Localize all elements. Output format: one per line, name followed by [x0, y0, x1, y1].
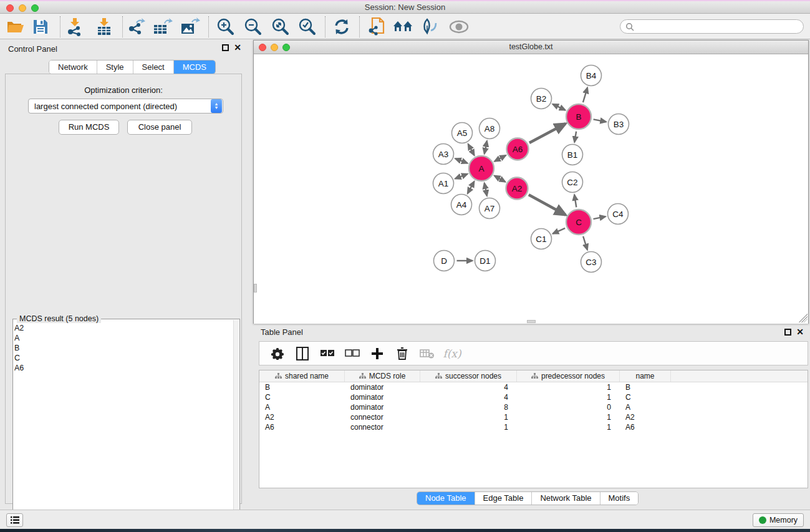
cell-shared-name[interactable]: B [259, 382, 345, 392]
tab-mcds[interactable]: MCDS [174, 60, 215, 74]
delete-icon[interactable] [394, 346, 410, 362]
table-row[interactable]: A2connector11A2 [259, 412, 808, 422]
node-A4[interactable]: A4 [451, 195, 472, 215]
cell-shared-name[interactable]: A6 [259, 422, 345, 432]
node-A6[interactable]: A6 [507, 138, 529, 160]
node-A7[interactable]: A7 [480, 198, 500, 219]
column-header-MCDS-role[interactable]: MCDS role [345, 370, 420, 382]
node-C[interactable]: C [566, 210, 591, 235]
node-D1[interactable]: D1 [475, 251, 496, 271]
cell-shared-name[interactable]: C [259, 392, 345, 402]
cell-predecessor-nodes[interactable]: 0 [517, 402, 620, 412]
maximize-window-icon[interactable] [31, 4, 39, 12]
node-C3[interactable]: C3 [581, 252, 602, 273]
table-row[interactable]: Bdominator41B [259, 382, 808, 392]
node-B2[interactable]: B2 [531, 89, 552, 109]
cell-MCDS-role[interactable]: dominator [345, 402, 420, 412]
close-panel-icon[interactable]: ✕ [234, 44, 241, 51]
tab-motifs[interactable]: Motifs [600, 492, 639, 505]
minimize-network-icon[interactable] [271, 44, 278, 51]
search-input[interactable] [620, 19, 804, 34]
network-file-icon[interactable] [367, 17, 388, 37]
edge-A-A1[interactable] [455, 174, 468, 179]
cell-shared-name[interactable]: A2 [259, 412, 345, 422]
table-row[interactable]: Adominator80A [259, 402, 808, 412]
edge-A6-B[interactable] [529, 123, 566, 143]
resize-grip-icon[interactable] [799, 314, 808, 322]
cell-successor-nodes[interactable]: 4 [420, 392, 517, 402]
cell-name[interactable]: A [620, 402, 671, 412]
zoom-out-icon[interactable] [242, 17, 263, 37]
zoom-in-icon[interactable] [215, 17, 236, 37]
node-B4[interactable]: B4 [581, 65, 602, 86]
tab-network-table[interactable]: Network Table [532, 492, 600, 505]
import-table-icon[interactable] [94, 17, 115, 37]
table-header-row[interactable]: shared nameMCDS rolesuccessor nodesprede… [259, 370, 808, 382]
node-A3[interactable]: A3 [433, 144, 454, 165]
network-window-titlebar[interactable]: testGlobe.txt [254, 41, 808, 54]
cell-predecessor-nodes[interactable]: 1 [517, 392, 620, 402]
column-header-name[interactable]: name [620, 370, 671, 382]
edge-B-B1[interactable] [574, 132, 576, 142]
node-A2[interactable]: A2 [506, 178, 528, 200]
window-controls[interactable] [6, 4, 39, 12]
memory-button[interactable]: Memory [753, 513, 804, 527]
cell-successor-nodes[interactable]: 4 [420, 382, 517, 392]
node-table[interactable]: shared nameMCDS rolesuccessor nodesprede… [259, 370, 808, 488]
export-network-icon[interactable] [126, 17, 147, 37]
minimize-window-icon[interactable] [19, 4, 26, 12]
canvas-hscroll-thumb[interactable] [527, 320, 536, 323]
edge-B-B2[interactable] [552, 104, 565, 110]
node-A1[interactable]: A1 [433, 173, 454, 194]
tab-edge-table[interactable]: Edge Table [475, 492, 533, 505]
cell-MCDS-role[interactable]: dominator [345, 392, 420, 402]
zoom-selected-icon[interactable] [296, 17, 317, 37]
result-item[interactable]: A2 [14, 323, 24, 333]
edge-B-B3[interactable] [594, 119, 606, 122]
network-canvas[interactable]: B4B2BB3A8A5A6A3B1AC2A1A2A4A7C4CC1DD1C3 [254, 54, 808, 324]
edge-C-C2[interactable] [574, 195, 576, 207]
cybrowser-icon[interactable] [393, 17, 414, 37]
deselect-all-icon[interactable] [344, 346, 360, 362]
float-panel-icon[interactable] [222, 44, 229, 51]
network-graph[interactable]: B4B2BB3A8A5A6A3B1AC2A1A2A4A7C4CC1DD1C3 [254, 54, 808, 324]
node-A8[interactable]: A8 [480, 118, 500, 139]
result-item[interactable]: B [14, 343, 24, 353]
cell-name[interactable]: B [620, 382, 671, 392]
edge-A-A6[interactable] [494, 155, 506, 162]
node-D[interactable]: D [434, 251, 455, 271]
cell-name[interactable]: C [620, 392, 671, 402]
canvas-vscroll-thumb[interactable] [254, 284, 257, 293]
edge-A-A2[interactable] [494, 176, 505, 182]
edge-B-B4[interactable] [583, 88, 587, 102]
cell-MCDS-role[interactable]: connector [345, 422, 420, 432]
result-item[interactable]: A6 [14, 363, 24, 373]
result-scrollbar[interactable] [233, 320, 239, 532]
float-table-panel-icon[interactable] [784, 329, 791, 336]
node-A5[interactable]: A5 [452, 123, 473, 143]
mcds-result-list[interactable]: A2ABCA6 [14, 323, 24, 373]
export-image-icon[interactable] [180, 17, 201, 37]
task-history-button[interactable] [6, 513, 23, 527]
close-table-panel-icon[interactable]: ✕ [796, 329, 804, 336]
node-C1[interactable]: C1 [531, 229, 552, 249]
node-B1[interactable]: B1 [562, 145, 583, 165]
cell-MCDS-role[interactable]: connector [345, 412, 420, 422]
tab-style[interactable]: Style [97, 60, 133, 74]
zoom-fit-icon[interactable] [269, 17, 291, 37]
add-column-icon[interactable] [369, 346, 385, 362]
result-item[interactable]: C [14, 353, 24, 363]
edge-A-A8[interactable] [485, 141, 487, 153]
table-row[interactable]: A6connector11A6 [259, 422, 808, 432]
column-header-predecessor-nodes[interactable]: predecessor nodes [517, 370, 620, 382]
tab-node-table[interactable]: Node Table [417, 492, 475, 505]
cell-name[interactable]: A6 [620, 422, 671, 432]
cell-name[interactable]: A2 [620, 412, 671, 422]
close-panel-button[interactable]: Close panel [127, 120, 192, 135]
optimization-criterion-select[interactable]: largest connected component (directed) ▲… [28, 99, 223, 114]
edge-C-C1[interactable] [553, 228, 565, 234]
cell-MCDS-role[interactable]: dominator [345, 382, 420, 392]
node-C4[interactable]: C4 [608, 204, 629, 225]
edge-A2-C[interactable] [529, 195, 566, 215]
close-network-icon[interactable] [259, 44, 266, 51]
